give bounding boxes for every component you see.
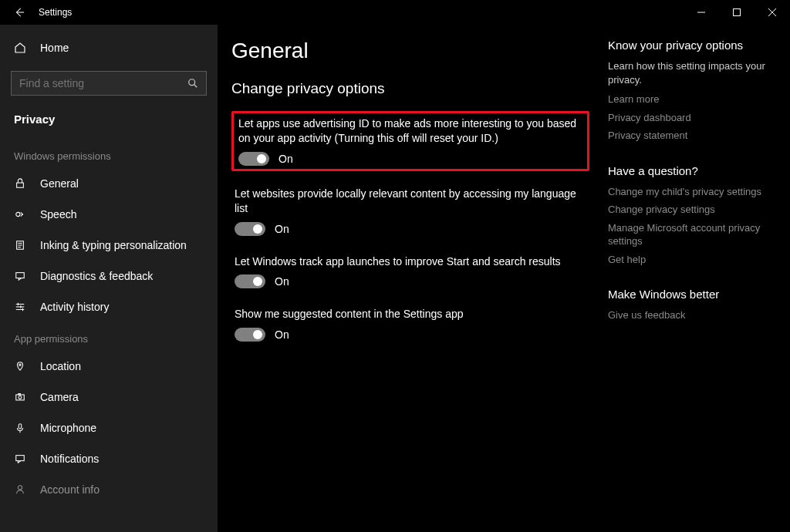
lock-icon bbox=[14, 178, 26, 189]
sidebar-item-label: Inking & typing personalization bbox=[40, 239, 187, 251]
link-change-privacy[interactable]: Change privacy settings bbox=[608, 203, 776, 217]
rail-description: Learn how this setting impacts your priv… bbox=[608, 59, 776, 86]
svg-point-8 bbox=[22, 214, 23, 215]
sidebar-item-speech[interactable]: Speech bbox=[0, 199, 218, 230]
rail-heading: Make Windows better bbox=[608, 288, 776, 301]
speech-icon bbox=[14, 209, 26, 220]
svg-rect-13 bbox=[16, 273, 25, 278]
rail-have-question: Have a question? Change my child's priva… bbox=[608, 164, 776, 267]
camera-icon bbox=[14, 392, 26, 402]
link-learn-more[interactable]: Learn more bbox=[608, 93, 776, 106]
right-rail: Know your privacy options Learn how this… bbox=[605, 39, 790, 532]
svg-rect-26 bbox=[16, 456, 25, 461]
search-box[interactable] bbox=[11, 71, 207, 96]
sidebar-home[interactable]: Home bbox=[0, 32, 218, 63]
account-icon bbox=[14, 484, 26, 495]
notifications-icon bbox=[14, 453, 26, 464]
sidebar-item-diagnostics[interactable]: Diagnostics & feedback bbox=[0, 261, 218, 291]
link-feedback[interactable]: Give us feedback bbox=[608, 308, 776, 322]
home-icon bbox=[14, 42, 26, 54]
toggle-state: On bbox=[279, 153, 293, 165]
sidebar-item-label: Notifications bbox=[40, 453, 99, 465]
back-button[interactable] bbox=[14, 7, 25, 18]
sidebar-item-label: Account info bbox=[40, 483, 100, 496]
link-get-help[interactable]: Get help bbox=[608, 253, 776, 267]
toggle-state: On bbox=[275, 223, 289, 235]
svg-point-20 bbox=[19, 364, 21, 365]
svg-rect-1 bbox=[734, 9, 741, 16]
search-input[interactable] bbox=[12, 77, 180, 89]
svg-line-5 bbox=[194, 85, 198, 88]
svg-rect-6 bbox=[17, 183, 24, 187]
sidebar-item-label: Diagnostics & feedback bbox=[40, 270, 153, 282]
setting-label: Let Windows track app launches to improv… bbox=[235, 254, 586, 269]
sidebar-section-app-permissions: App permissions bbox=[0, 322, 218, 351]
sidebar-home-label: Home bbox=[40, 42, 69, 54]
setting-language-list: Let websites provide locally relevant co… bbox=[231, 184, 589, 239]
toggle-app-launches[interactable] bbox=[235, 274, 265, 288]
sidebar-item-general[interactable]: General bbox=[0, 168, 218, 199]
sidebar-item-location[interactable]: Location bbox=[0, 351, 218, 382]
sidebar-item-microphone[interactable]: Microphone bbox=[0, 412, 218, 443]
sidebar-item-account-info[interactable]: Account info bbox=[0, 474, 218, 505]
feedback-icon bbox=[14, 271, 26, 281]
maximize-button[interactable] bbox=[719, 0, 755, 25]
setting-label: Let websites provide locally relevant co… bbox=[235, 187, 586, 216]
sidebar-section-windows-permissions: Windows permissions bbox=[0, 140, 218, 168]
sidebar: Home Privacy Windows permissions General bbox=[0, 25, 218, 532]
rail-make-better: Make Windows better Give us feedback bbox=[608, 288, 776, 322]
sidebar-item-label: Microphone bbox=[40, 422, 96, 434]
sidebar-item-label: Speech bbox=[40, 208, 76, 221]
setting-advertising-id: Let apps use advertising ID to make ads … bbox=[231, 111, 589, 171]
minimize-button[interactable] bbox=[684, 0, 719, 25]
toggle-state: On bbox=[275, 275, 289, 288]
rail-privacy-options: Know your privacy options Learn how this… bbox=[608, 39, 776, 143]
sidebar-item-camera[interactable]: Camera bbox=[0, 382, 218, 412]
link-manage-account-privacy[interactable]: Manage Microsoft account privacy setting… bbox=[608, 221, 776, 248]
toggle-advertising-id[interactable] bbox=[238, 152, 269, 166]
sidebar-item-label: Camera bbox=[40, 391, 79, 403]
rail-heading: Know your privacy options bbox=[608, 39, 776, 52]
svg-point-4 bbox=[189, 79, 195, 86]
search-icon bbox=[180, 78, 206, 89]
svg-point-7 bbox=[16, 212, 20, 216]
svg-rect-23 bbox=[19, 394, 21, 395]
main-content: General Change privacy options Let apps … bbox=[218, 39, 605, 532]
link-privacy-dashboard[interactable]: Privacy dashboard bbox=[608, 111, 776, 125]
rail-heading: Have a question? bbox=[608, 164, 776, 177]
svg-point-22 bbox=[19, 396, 22, 399]
clipboard-icon bbox=[14, 240, 26, 251]
setting-suggested-content: Show me suggested content in the Setting… bbox=[231, 304, 589, 345]
svg-point-27 bbox=[18, 486, 22, 490]
titlebar: Settings bbox=[0, 0, 790, 25]
toggle-state: On bbox=[275, 328, 289, 341]
close-button[interactable] bbox=[755, 0, 790, 25]
location-icon bbox=[14, 361, 26, 372]
sidebar-item-notifications[interactable]: Notifications bbox=[0, 443, 218, 474]
toggle-suggested-content[interactable] bbox=[235, 328, 265, 342]
svg-rect-21 bbox=[16, 395, 25, 400]
sidebar-item-label: Activity history bbox=[40, 301, 109, 313]
section-heading: Change privacy options bbox=[231, 80, 589, 97]
sidebar-item-label: Location bbox=[40, 360, 81, 372]
sidebar-item-inking[interactable]: Inking & typing personalization bbox=[0, 230, 218, 261]
setting-app-launches: Let Windows track app launches to improv… bbox=[231, 251, 589, 292]
sidebar-item-activity[interactable]: Activity history bbox=[0, 291, 218, 322]
svg-rect-24 bbox=[19, 424, 22, 429]
microphone-icon bbox=[14, 423, 26, 433]
sidebar-item-label: General bbox=[40, 177, 79, 190]
link-privacy-statement[interactable]: Privacy statement bbox=[608, 129, 776, 143]
page-title: General bbox=[231, 39, 589, 63]
sidebar-category: Privacy bbox=[0, 105, 218, 140]
activity-icon bbox=[14, 301, 26, 312]
toggle-language-list[interactable] bbox=[235, 222, 265, 236]
setting-label: Show me suggested content in the Setting… bbox=[235, 307, 586, 322]
window-title: Settings bbox=[39, 7, 72, 18]
link-child-privacy[interactable]: Change my child's privacy settings bbox=[608, 185, 776, 199]
setting-label: Let apps use advertising ID to make ads … bbox=[238, 116, 582, 146]
